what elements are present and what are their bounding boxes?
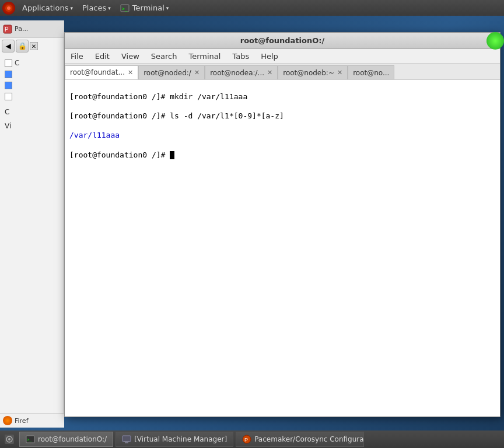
panel-icon: P (3, 24, 12, 34)
svg-text:P: P (244, 437, 248, 443)
side-item-1: C (0, 57, 64, 69)
taskbar-terminal-icon: >_ (26, 435, 35, 444)
checkbox-3[interactable] (5, 82, 12, 89)
status-circle (487, 32, 504, 50)
svg-rect-11 (123, 436, 131, 442)
checkbox-1[interactable] (5, 60, 12, 67)
terminal-line-2: [root@foundation0 /]# ls -d /var/l1*[0-9… (69, 111, 495, 121)
help-menu[interactable]: Help (255, 49, 284, 64)
terminal-titlebar: root@foundationO:/ (65, 33, 500, 49)
side-panel: P Pa... ◀ 🔒 ✕ C C Vi (0, 20, 64, 428)
svg-rect-12 (125, 442, 128, 443)
taskbar: >_ root@foundationO:/ [Virtual Machine M… (0, 430, 504, 448)
terminal-tabs: root@foundat... ✕ root@noded:/ ✕ root@no… (65, 64, 500, 80)
terminal-content[interactable]: [root@foundation0 /]# mkdir /var/l11aaa … (65, 80, 500, 416)
places-menu[interactable]: Places ▾ (78, 0, 116, 16)
tab-close-1[interactable]: ✕ (194, 69, 200, 76)
applications-arrow-icon: ▾ (70, 5, 73, 11)
file-menu[interactable]: File (65, 49, 89, 64)
svg-point-8 (8, 438, 10, 440)
firefox-bar: Firef (0, 413, 64, 428)
applications-menu[interactable]: Applications ▾ (18, 0, 78, 16)
taskbar-vm-icon (122, 435, 131, 444)
side-text-vi: Vi (0, 119, 64, 133)
terminal-menu[interactable]: >_ Terminal ▾ (116, 0, 173, 16)
tabs-menu[interactable]: Tabs (226, 49, 255, 64)
terminal-window: root@foundationO:/ File Edit View Search… (64, 32, 501, 417)
taskbar-pacemaker[interactable]: P Pacemaker/Corosync Configuratio... (236, 432, 364, 447)
terminal-menu-item[interactable]: Terminal (183, 49, 226, 64)
terminal-panel-icon: >_ (120, 4, 130, 13)
close-side-button[interactable]: ✕ (30, 42, 38, 50)
os-logo (2, 2, 15, 15)
lock-button[interactable]: 🔒 (16, 40, 29, 52)
svg-point-1 (7, 6, 10, 10)
terminal-title: root@foundationO:/ (240, 36, 325, 45)
terminal-line-3: /var/l11aaa (69, 130, 495, 141)
side-items-list: C (0, 54, 64, 105)
svg-text:>_: >_ (27, 438, 32, 442)
side-item-4 (0, 91, 64, 102)
svg-rect-13 (124, 441, 130, 442)
terminal-cursor (170, 151, 174, 159)
tab-foundation[interactable]: root@foundat... ✕ (65, 65, 138, 79)
side-panel-title: Pa... (15, 25, 28, 33)
checkbox-4[interactable] (5, 93, 12, 100)
svg-text:>_: >_ (122, 6, 128, 12)
side-item-2 (0, 69, 64, 80)
tab-nodex[interactable]: root@no... (348, 65, 394, 79)
side-label-1: C (15, 59, 19, 67)
taskbar-system-icon (2, 432, 16, 447)
checkbox-2[interactable] (5, 71, 12, 78)
top-panel: Applications ▾ Places ▾ >_ Terminal ▾ (0, 0, 504, 16)
tab-nodea[interactable]: root@nodea:/... ✕ (205, 65, 278, 79)
firefox-icon (3, 416, 12, 425)
taskbar-pacemaker-icon: P (242, 435, 251, 444)
places-arrow-icon: ▾ (108, 5, 111, 11)
terminal-arrow-icon: ▾ (166, 5, 169, 11)
tab-nodeb[interactable]: root@nodeb:~ ✕ (278, 65, 348, 79)
search-menu[interactable]: Search (145, 49, 183, 64)
svg-text:P: P (5, 26, 9, 33)
side-item-3 (0, 80, 64, 91)
view-menu[interactable]: View (116, 49, 145, 64)
terminal-line-4: [root@foundation0 /]# (69, 150, 495, 160)
taskbar-terminal[interactable]: >_ root@foundationO:/ (19, 432, 113, 447)
side-panel-header: P Pa... (0, 20, 64, 38)
terminal-line-1: [root@foundation0 /]# mkdir /var/l11aaa (69, 92, 495, 102)
tab-close-2[interactable]: ✕ (267, 69, 272, 76)
tab-noded[interactable]: root@noded:/ ✕ (138, 65, 205, 79)
side-text-c: C (0, 105, 64, 119)
edit-menu[interactable]: Edit (89, 49, 116, 64)
firefox-label: Firef (15, 417, 29, 425)
side-nav: ◀ 🔒 ✕ (0, 38, 64, 54)
taskbar-vm-manager[interactable]: [Virtual Machine Manager] (116, 432, 233, 447)
tab-close-0[interactable]: ✕ (128, 69, 133, 76)
back-button[interactable]: ◀ (2, 40, 15, 52)
tab-close-3[interactable]: ✕ (337, 69, 342, 76)
terminal-menubar: File Edit View Search Terminal Tabs Help (65, 49, 500, 64)
